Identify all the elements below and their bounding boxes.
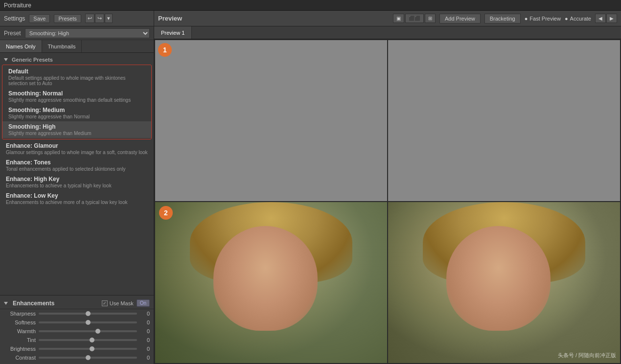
bracketing-button[interactable]: Bracketing — [484, 14, 521, 23]
preset-dropdown[interactable]: Smoothing: High Smoothing: Normal Smooth… — [25, 28, 150, 38]
contrast-value: 0 — [140, 355, 150, 361]
title-bar: Portraiture — [0, 0, 621, 11]
use-mask-group: ✓ Use Mask — [102, 300, 134, 306]
add-preview-button[interactable]: Add Preview — [439, 14, 481, 23]
preset-item-smoothing-medium[interactable]: Smoothing: Medium Slightly more aggressi… — [2, 105, 151, 121]
accurate-label: Accurate — [570, 16, 591, 22]
undo-button[interactable]: ↩ — [85, 14, 94, 23]
enhancements-header: Enhancements ✓ Use Mask On — [0, 297, 154, 309]
contrast-label: Contrast — [4, 355, 36, 361]
preview-cell-bottom-left: 2 — [155, 202, 387, 363]
enhancements-collapse-icon — [4, 302, 8, 305]
softness-thumb[interactable] — [86, 320, 91, 325]
brightness-label: Brightness — [4, 346, 36, 352]
main-layout: Settings Save Presets ↩ ↪ ▾ Preset Smoot… — [0, 11, 621, 364]
save-button[interactable]: Save — [29, 14, 50, 23]
on-button[interactable]: On — [137, 299, 150, 307]
softness-track[interactable] — [39, 321, 137, 323]
nav-buttons: ◀ ▶ — [595, 14, 617, 23]
preview-label: Preview — [158, 15, 182, 22]
preset-item-tones[interactable]: Enhance: Tones Tonal enhancements applie… — [0, 157, 154, 174]
sharpness-value: 0 — [140, 311, 150, 317]
preview-cell-top-right — [388, 40, 620, 201]
warmth-label: Warmth — [4, 328, 36, 334]
preset-item-high-key[interactable]: Enhance: High Key Enhancements to achiev… — [0, 174, 154, 190]
face-overlay-right — [446, 226, 551, 331]
redo-button[interactable]: ↪ — [95, 14, 104, 23]
sharpness-track[interactable] — [39, 313, 137, 315]
presets-box: Default Default settings applied to whol… — [2, 65, 152, 139]
softness-label: Softness — [4, 319, 36, 325]
warmth-thumb[interactable] — [95, 329, 100, 334]
undo-dropdown-button[interactable]: ▾ — [105, 14, 113, 23]
watermark: 头条号 / 阿随向前冲正版 — [558, 352, 616, 359]
quad-view-button[interactable]: ⊞ — [425, 14, 436, 23]
sharpness-row: Sharpness 0 — [0, 309, 154, 318]
left-panel: Settings Save Presets ↩ ↪ ▾ Preset Smoot… — [0, 11, 154, 364]
preset-bar: Preset Smoothing: High Smoothing: Normal… — [0, 26, 154, 40]
accurate-radio-dot: ● — [565, 16, 568, 22]
contrast-track[interactable] — [39, 357, 137, 359]
brightness-thumb[interactable] — [90, 346, 94, 351]
badge-2: 2 — [159, 206, 173, 220]
contrast-thumb[interactable] — [86, 355, 91, 360]
view-mode-buttons: ▣ ⬛⬛ ⊞ — [393, 14, 436, 23]
app-title: Portraiture — [4, 2, 31, 9]
prev-button[interactable]: ◀ — [595, 14, 606, 23]
sharpness-thumb[interactable] — [86, 311, 91, 316]
softness-row: Softness 0 — [0, 318, 154, 327]
tab-names-only[interactable]: Names Only — [0, 40, 42, 52]
preview-tab-1[interactable]: Preview 1 — [154, 26, 192, 39]
brightness-row: Brightness 0 — [0, 344, 154, 353]
fast-preview-label: Fast Preview — [529, 16, 561, 22]
undo-group: ↩ ↪ ▾ — [85, 14, 113, 23]
preview-content: 1 2 头条号 / 阿随向前冲正版 — [154, 39, 621, 364]
preview-toolbar: Preview ▣ ⬛⬛ ⊞ Add Preview Bracketing ● … — [154, 11, 621, 26]
split-view-button[interactable]: ⬛⬛ — [405, 14, 424, 23]
preset-item-low-key[interactable]: Enhance: Low Key Enhancements to achieve… — [0, 190, 154, 207]
brightness-track[interactable] — [39, 348, 137, 350]
fast-preview-radio-group: ● Fast Preview — [525, 16, 561, 22]
tint-row: Tint 0 — [0, 336, 154, 344]
enhancements-panel: Enhancements ✓ Use Mask On Sharpness 0 S… — [0, 295, 154, 364]
presets-button[interactable]: Presets — [54, 14, 81, 23]
softness-value: 0 — [140, 319, 150, 325]
preset-item-default[interactable]: Default Default settings applied to whol… — [2, 66, 151, 88]
preview-cell-bottom-right: 头条号 / 阿随向前冲正版 — [388, 202, 620, 363]
preset-item-smoothing-normal[interactable]: Smoothing: Normal Slightly more aggressi… — [2, 88, 151, 105]
use-mask-label: Use Mask — [110, 300, 134, 306]
fast-preview-radio-dot: ● — [525, 16, 528, 22]
tint-label: Tint — [4, 337, 36, 343]
sharpness-label: Sharpness — [4, 311, 36, 317]
brightness-value: 0 — [140, 346, 150, 352]
tint-thumb[interactable] — [90, 338, 94, 342]
settings-toolbar: Settings Save Presets ↩ ↪ ▾ — [0, 11, 154, 26]
collapse-icon — [4, 58, 8, 61]
preset-list[interactable]: Generic Presets Default Default settings… — [0, 53, 154, 295]
contrast-row: Contrast 0 — [0, 353, 154, 362]
preset-label: Preset — [4, 30, 21, 37]
preview-tabs: Preview 1 — [154, 26, 621, 39]
preset-item-smoothing-high[interactable]: Smoothing: High Slightly more aggressive… — [2, 121, 151, 138]
settings-label: Settings — [4, 15, 25, 22]
accurate-radio-group: ● Accurate — [565, 16, 591, 22]
single-view-button[interactable]: ▣ — [393, 14, 404, 23]
warmth-track[interactable] — [39, 330, 137, 332]
view-tabs: Names Only Thumbnails — [0, 40, 154, 53]
badge-1: 1 — [158, 43, 172, 57]
preview-cell-top-left: 1 — [155, 40, 387, 201]
tint-track[interactable] — [39, 339, 137, 341]
warmth-row: Warmth 0 — [0, 327, 154, 336]
face-overlay-left — [213, 226, 318, 331]
tint-value: 0 — [140, 337, 150, 343]
next-button[interactable]: ▶ — [606, 14, 617, 23]
generic-presets-header: Generic Presets — [0, 55, 154, 64]
right-panel: Preview ▣ ⬛⬛ ⊞ Add Preview Bracketing ● … — [154, 11, 621, 364]
preset-item-glamour[interactable]: Enhance: Glamour Glamour settings applie… — [0, 140, 154, 157]
use-mask-checkbox[interactable]: ✓ — [102, 300, 108, 306]
enhancements-label: Enhancements — [13, 300, 99, 307]
tab-thumbnails[interactable]: Thumbnails — [42, 40, 82, 52]
warmth-value: 0 — [140, 328, 150, 334]
